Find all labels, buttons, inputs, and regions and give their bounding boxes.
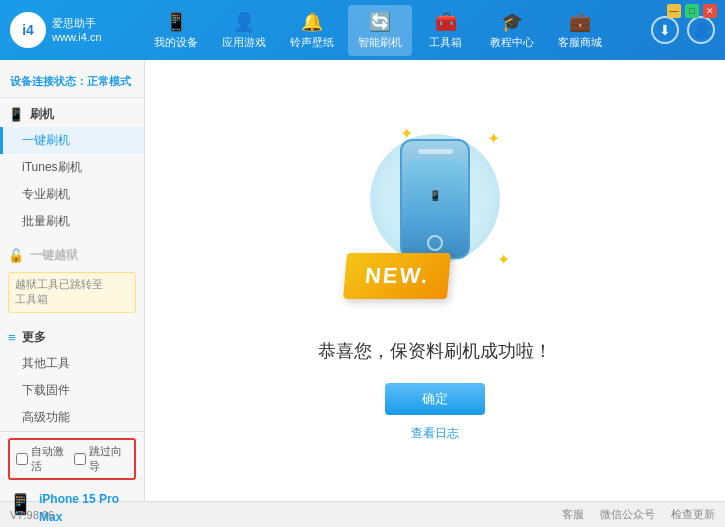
flash-section-icon: 📱	[8, 107, 24, 122]
tab-tutorial[interactable]: 🎓 教程中心	[480, 5, 544, 56]
skip-guide-check[interactable]: 跳过向导	[74, 444, 128, 474]
tab-service[interactable]: 💼 客服商城	[548, 5, 612, 56]
sparkle-2: ✦	[487, 129, 500, 148]
logo-icon: i4	[10, 12, 46, 48]
flash-section-header[interactable]: 📱 刷机	[0, 102, 144, 127]
smart-flash-icon: 🔄	[369, 11, 391, 33]
nav-tabs: 📱 我的设备 👤 应用游戏 🔔 铃声壁纸 🔄 智能刷机 🧰 工具箱 🎓 教程中心…	[120, 5, 635, 56]
header: i4 爱思助手 www.i4.cn 📱 我的设备 👤 应用游戏 🔔 铃声壁纸 🔄…	[0, 0, 725, 60]
ringtones-icon: 🔔	[301, 11, 323, 33]
tutorial-icon: 🎓	[501, 11, 523, 33]
footer-links: 客服 微信公众号 检查更新	[562, 507, 715, 522]
header-right: ⬇ 👤	[635, 16, 715, 44]
connection-status: 设备连接状态：正常模式	[0, 68, 144, 98]
tab-my-device[interactable]: 📱 我的设备	[144, 5, 208, 56]
auto-options-row: 自动激活 跳过向导	[8, 438, 136, 480]
new-badge: NEW.	[343, 253, 451, 299]
logo-text: 爱思助手 www.i4.cn	[52, 16, 102, 45]
sidebar-item-download-firmware[interactable]: 下载固件	[0, 377, 144, 404]
tab-apps-games[interactable]: 👤 应用游戏	[212, 5, 276, 56]
device-info: 📱 iPhone 15 Pro Max 512GB iPhone	[8, 486, 136, 527]
toolbox-icon: 🧰	[435, 11, 457, 33]
sparkle-3: ✦	[497, 250, 510, 269]
user-button[interactable]: 👤	[687, 16, 715, 44]
success-graphic: ✦ ✦ ✦ 📱 NEW.	[345, 119, 525, 319]
tab-ringtones[interactable]: 🔔 铃声壁纸	[280, 5, 344, 56]
jailbreak-section-header: 🔓 一键越狱	[0, 243, 144, 268]
footer-link-update[interactable]: 检查更新	[671, 507, 715, 522]
sidebar-item-batch-flash[interactable]: 批量刷机	[0, 208, 144, 235]
minimize-button[interactable]: —	[667, 4, 681, 18]
content-area: 设备连接状态：正常模式 📱 刷机 一键刷机 iTunes刷机 专业刷机 批量刷机…	[0, 60, 725, 501]
footer-link-wechat[interactable]: 微信公众号	[600, 507, 655, 522]
auto-activate-check[interactable]: 自动激活	[16, 444, 70, 474]
my-device-icon: 📱	[165, 11, 187, 33]
success-message: 恭喜您，保资料刷机成功啦！	[318, 339, 552, 363]
auto-activate-checkbox[interactable]	[16, 453, 28, 465]
more-section-header[interactable]: ≡ 更多	[0, 325, 144, 350]
tab-toolbox[interactable]: 🧰 工具箱	[416, 5, 476, 56]
jailbreak-icon: 🔓	[8, 248, 24, 263]
skip-guide-checkbox[interactable]	[74, 453, 86, 465]
sidebar: 设备连接状态：正常模式 📱 刷机 一键刷机 iTunes刷机 专业刷机 批量刷机…	[0, 60, 145, 501]
maximize-button[interactable]: □	[685, 4, 699, 18]
sidebar-item-one-key-flash[interactable]: 一键刷机	[0, 127, 144, 154]
sidebar-item-other-tools[interactable]: 其他工具	[0, 350, 144, 377]
confirm-button[interactable]: 确定	[385, 383, 485, 415]
sidebar-item-itunes-flash[interactable]: iTunes刷机	[0, 154, 144, 181]
main-content: ✦ ✦ ✦ 📱 NEW. 恭喜您，保资料刷机成功啦！ 确定 查看日志	[145, 60, 725, 501]
sidebar-item-advanced[interactable]: 高级功能	[0, 404, 144, 431]
footer-link-support[interactable]: 客服	[562, 507, 584, 522]
sidebar-item-pro-flash[interactable]: 专业刷机	[0, 181, 144, 208]
jailbreak-notice: 越狱工具已跳转至工具箱	[8, 272, 136, 313]
apps-icon: 👤	[233, 11, 255, 33]
log-link[interactable]: 查看日志	[411, 425, 459, 442]
logo: i4 爱思助手 www.i4.cn	[10, 12, 120, 48]
more-icon: ≡	[8, 330, 16, 345]
tab-smart-flash[interactable]: 🔄 智能刷机	[348, 5, 412, 56]
footer-version: V7.98.66	[10, 509, 562, 521]
service-icon: 💼	[569, 11, 591, 33]
download-button[interactable]: ⬇	[651, 16, 679, 44]
close-button[interactable]: ✕	[703, 4, 717, 18]
